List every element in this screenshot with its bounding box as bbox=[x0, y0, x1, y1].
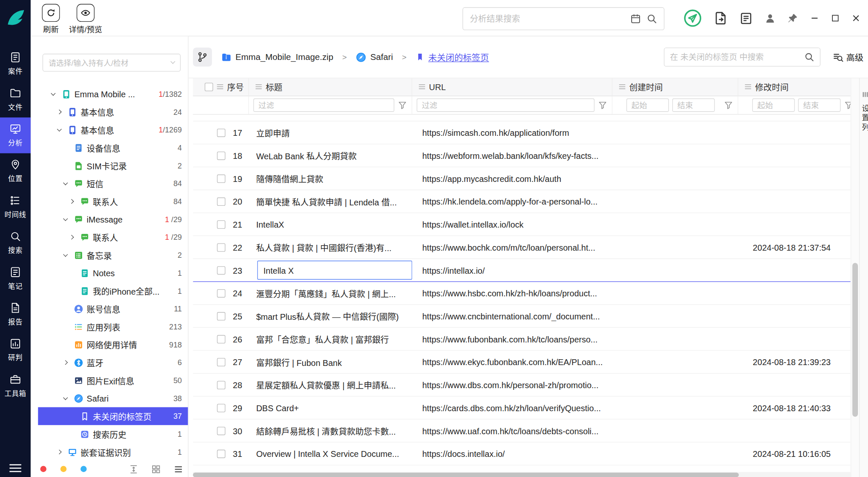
clipboard-icon[interactable] bbox=[739, 11, 753, 25]
table-row[interactable]: 30結餘轉戶易批核 | 清數貸款助您卡數...https://www.uaf.c… bbox=[193, 420, 850, 443]
select-all-checkbox[interactable] bbox=[205, 83, 213, 91]
table-row[interactable]: 27富邦銀行 | Fubon Bankhttps://www.ekyc.fubo… bbox=[193, 351, 850, 374]
cell-url[interactable]: https://www.cncbinternational.com/_docum… bbox=[412, 311, 612, 321]
nav-item-location[interactable]: 位置 bbox=[0, 153, 31, 189]
expand-collapse-icon[interactable] bbox=[129, 464, 139, 474]
table-row[interactable]: 25$mart Plus私人貸款 — 中信銀行(國際)https://www.c… bbox=[193, 305, 850, 328]
row-checkbox[interactable] bbox=[217, 243, 225, 251]
tree-item[interactable]: 蓝牙6 bbox=[38, 353, 188, 371]
chevron-down-icon[interactable] bbox=[52, 93, 60, 95]
cell-title[interactable]: 隨傳隨借網上貸款 bbox=[249, 167, 412, 189]
status-dot-blue[interactable] bbox=[80, 466, 87, 472]
column-menu-icon[interactable] bbox=[619, 84, 625, 89]
nav-item-toolbox[interactable]: 工具箱 bbox=[0, 368, 31, 404]
cell-title[interactable]: $mart Plus私人貸款 — 中信銀行(國際) bbox=[249, 305, 412, 327]
column-header[interactable]: 标题 bbox=[266, 81, 282, 93]
owner-select[interactable]: 请选择/输入持有人/检材 bbox=[42, 54, 181, 72]
chevron-down-icon[interactable] bbox=[64, 182, 72, 185]
nav-item-case[interactable]: 案件 bbox=[0, 46, 31, 81]
nav-item-search[interactable]: 搜索 bbox=[0, 225, 31, 260]
table-row[interactable]: 28星展定額私人貸款優惠 | 網上申請私...https://www.dbs.c… bbox=[193, 373, 850, 397]
table-row[interactable]: 18WeLab Bank 私人分期貸款https://webform.welab… bbox=[193, 144, 850, 167]
table-row[interactable]: 21IntellaXhttps://wallet.intellax.io/loc… bbox=[193, 213, 850, 236]
cell-title[interactable]: 富邦銀行 | Fubon Bank bbox=[249, 351, 412, 373]
preview-button[interactable]: 详情/预览 bbox=[69, 4, 102, 34]
tree-item[interactable]: SIM卡记录2 bbox=[38, 157, 188, 175]
tree-item[interactable]: 联系人1 /29 bbox=[38, 228, 188, 246]
tree-item[interactable]: 网络使用详情918 bbox=[38, 336, 188, 354]
chevron-down-icon[interactable] bbox=[64, 397, 72, 399]
cell-title[interactable]: IntellaX bbox=[249, 213, 412, 235]
chevron-down-icon[interactable] bbox=[64, 254, 72, 257]
filter-funnel-icon[interactable] bbox=[724, 101, 733, 110]
cell-url[interactable]: https://www.uaf.com.hk/tc/loans/debts-co… bbox=[412, 426, 612, 436]
branch-button[interactable] bbox=[193, 47, 212, 66]
created-start-input[interactable] bbox=[627, 99, 669, 112]
cell-url[interactable]: https://wallet.intellax.io/lock bbox=[412, 220, 612, 229]
cell-url[interactable]: https://webform.welab.bank/loan/kfs/key-… bbox=[412, 151, 612, 161]
cell-title[interactable]: DBS Card+ bbox=[249, 397, 412, 419]
maximize-icon[interactable] bbox=[831, 14, 839, 22]
tree-item[interactable]: 嵌套证据识别1 bbox=[38, 443, 188, 461]
filter-funnel-icon[interactable] bbox=[398, 101, 407, 110]
column-settings-tab[interactable]: 设置列 bbox=[859, 78, 868, 477]
status-dot-red[interactable] bbox=[40, 466, 47, 472]
cell-url[interactable]: https://simcash.com.hk/application/form bbox=[412, 128, 612, 137]
pin-icon[interactable] bbox=[788, 13, 798, 23]
tree-item[interactable]: 备忘录2 bbox=[38, 246, 188, 264]
advanced-search-button[interactable]: 高级 bbox=[833, 51, 863, 63]
column-header[interactable]: 修改时间 bbox=[755, 81, 788, 93]
horizontal-scrollbar-thumb[interactable] bbox=[193, 472, 738, 477]
global-search-input[interactable] bbox=[470, 14, 625, 23]
nav-item-report[interactable]: 报告 bbox=[0, 296, 31, 332]
table-row[interactable]: 26富邦「合您意」私人貸款 | 富邦銀行https://www.fubonban… bbox=[193, 328, 850, 351]
tree-item[interactable]: 基本信息24 bbox=[38, 103, 188, 121]
close-icon[interactable] bbox=[851, 13, 861, 23]
tree-item[interactable]: iMessage1 /29 bbox=[38, 210, 188, 228]
nav-item-files[interactable]: 文件 bbox=[0, 82, 31, 117]
nav-item-research[interactable]: 研判 bbox=[0, 332, 31, 368]
tree-item[interactable]: 设备信息4 bbox=[38, 139, 188, 157]
cell-url[interactable]: https://app.mycashcredit.com.hk/auth bbox=[412, 174, 612, 183]
row-checkbox[interactable] bbox=[217, 128, 225, 137]
breadcrumb-app[interactable]: Safari bbox=[370, 52, 393, 62]
search-icon[interactable] bbox=[647, 13, 657, 24]
title-filter-input[interactable] bbox=[253, 99, 394, 112]
chevron-right-icon[interactable] bbox=[70, 236, 78, 239]
chevron-right-icon[interactable] bbox=[57, 450, 65, 454]
row-checkbox[interactable] bbox=[217, 404, 225, 412]
row-checkbox[interactable] bbox=[217, 312, 225, 320]
nav-item-analysis[interactable]: 分析 bbox=[0, 117, 31, 153]
search-icon[interactable] bbox=[804, 52, 814, 62]
breadcrumb-current[interactable]: 未关闭的标签页 bbox=[428, 51, 489, 63]
cell-url[interactable]: https://www.ekyc.fubonbank.com.hk/EA/PLo… bbox=[412, 357, 612, 367]
row-checkbox[interactable] bbox=[217, 197, 225, 205]
column-header[interactable]: 序号 bbox=[227, 81, 244, 93]
nav-item-timeline[interactable]: 时间线 bbox=[0, 189, 31, 225]
export-icon[interactable] bbox=[714, 11, 728, 25]
cell-title[interactable]: Intella X bbox=[249, 259, 412, 281]
table-row[interactable]: 23Intella Xhttps://intellax.io/ bbox=[193, 259, 850, 282]
row-checkbox[interactable] bbox=[217, 335, 225, 343]
row-checkbox[interactable] bbox=[217, 381, 225, 389]
table-row[interactable]: 24滙豐分期「萬應錢」私人貸款 | 網上...https://www.hsbc.… bbox=[193, 282, 850, 305]
grid-view-icon[interactable] bbox=[151, 464, 161, 474]
minimize-icon[interactable] bbox=[810, 13, 819, 23]
tree-item[interactable]: Safari38 bbox=[38, 389, 188, 407]
column-menu-icon[interactable] bbox=[217, 84, 223, 89]
cell-url[interactable]: https://intellax.io/ bbox=[412, 265, 612, 275]
url-filter-input[interactable] bbox=[417, 99, 594, 112]
table-row[interactable]: 20簡單快捷 私人貸款申請 | Lendela 借...https://hk.l… bbox=[193, 190, 850, 213]
column-menu-icon[interactable] bbox=[256, 84, 262, 89]
calendar-icon[interactable] bbox=[630, 13, 641, 24]
refresh-button[interactable]: 刷新 bbox=[42, 4, 60, 34]
row-checkbox[interactable] bbox=[217, 449, 225, 458]
chevron-right-icon[interactable] bbox=[57, 110, 65, 114]
cell-title[interactable]: 結餘轉戶易批核 | 清數貸款助您卡數... bbox=[249, 420, 412, 442]
user-icon[interactable] bbox=[764, 13, 776, 24]
cell-url[interactable]: https://hk.lendela.com/apply-for-a-perso… bbox=[412, 197, 612, 206]
modified-start-input[interactable] bbox=[752, 99, 795, 112]
tree-item[interactable]: 搜索历史1 bbox=[38, 425, 188, 443]
cell-title[interactable]: 滙豐分期「萬應錢」私人貸款 | 網上... bbox=[249, 282, 412, 304]
cell-url[interactable]: https://www.bochk.com/m/tc/loan/personal… bbox=[412, 242, 612, 252]
